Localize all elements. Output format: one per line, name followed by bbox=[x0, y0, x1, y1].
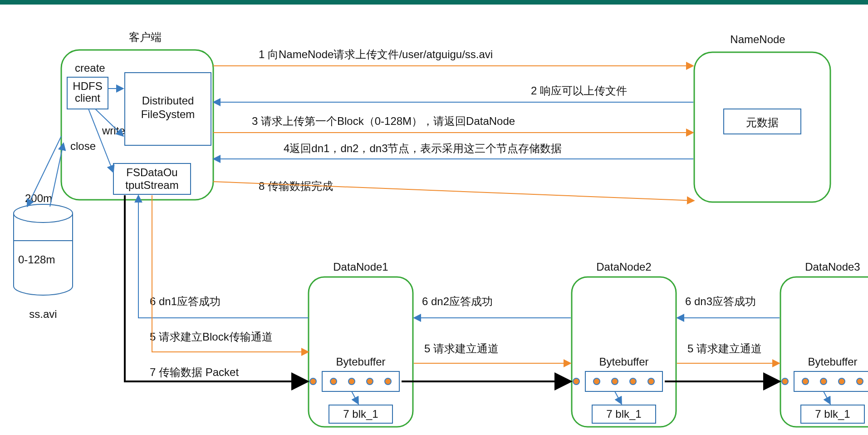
svg-point-14 bbox=[820, 378, 827, 385]
step4-label: 4返回dn1，dn2，dn3节点，表示采用这三个节点存储数据 bbox=[284, 142, 562, 154]
step3-label: 3 请求上传第一个Block（0-128M），请返回DataNode bbox=[252, 115, 515, 127]
hdfs-client-l2: client bbox=[75, 92, 100, 104]
step1-label: 1 向NameNode请求上传文件/user/atguigu/ss.avi bbox=[259, 48, 493, 60]
top-bar bbox=[0, 0, 868, 5]
step2-label: 2 响应可以上传文件 bbox=[531, 84, 627, 97]
dn1-blk-arrow bbox=[352, 391, 358, 404]
fsout-l1: FSDataOu bbox=[126, 166, 177, 178]
hdfs-client-l1: HDFS bbox=[73, 80, 102, 92]
svg-point-5 bbox=[367, 378, 373, 385]
dfs-l2: FileSystem bbox=[141, 108, 195, 120]
close-label: close bbox=[70, 140, 96, 152]
namenode-title: NameNode bbox=[730, 33, 785, 45]
svg-point-2 bbox=[310, 378, 316, 385]
dn3-title: DataNode3 bbox=[805, 261, 860, 273]
svg-point-13 bbox=[802, 378, 809, 385]
step7-label: 7 传输数据 Packet bbox=[150, 366, 239, 378]
dn2-title: DataNode2 bbox=[596, 261, 651, 273]
create-label: create bbox=[75, 62, 105, 74]
svg-point-0 bbox=[14, 204, 73, 222]
svg-point-9 bbox=[612, 378, 618, 385]
dn2-blk-arrow bbox=[615, 391, 622, 404]
svg-point-12 bbox=[782, 378, 788, 385]
svg-point-3 bbox=[330, 378, 337, 385]
dn2-box bbox=[572, 277, 676, 427]
svg-point-11 bbox=[648, 378, 654, 385]
svg-point-10 bbox=[630, 378, 636, 385]
step5c-label: 5 请求建立通道 bbox=[687, 342, 762, 355]
client-title: 客户端 bbox=[129, 31, 162, 43]
svg-point-7 bbox=[573, 378, 579, 385]
dn1-box bbox=[309, 277, 413, 427]
dn1-title: DataNode1 bbox=[333, 261, 388, 273]
file-block: 0-128m bbox=[18, 253, 55, 266]
dfs-l1: Distributed bbox=[142, 94, 194, 107]
dn2-buf: Bytebuffer bbox=[599, 356, 649, 368]
svg-point-6 bbox=[385, 378, 391, 385]
dn3-blk: 7 blk_1 bbox=[815, 408, 850, 420]
step6b-label: 6 dn2应答成功 bbox=[422, 295, 493, 307]
fsout-l2: tputStream bbox=[125, 179, 178, 191]
step5a-arrow bbox=[152, 195, 309, 352]
dn3-box bbox=[780, 277, 868, 427]
dn2-blk: 7 blk_1 bbox=[606, 408, 641, 420]
step6c-label: 6 dn3应答成功 bbox=[685, 295, 756, 307]
file-name: ss.avi bbox=[29, 308, 57, 320]
file-cylinder bbox=[14, 204, 73, 295]
dn1-buf: Bytebuffer bbox=[336, 356, 386, 368]
svg-point-16 bbox=[857, 378, 863, 385]
step5a-label: 5 请求建立Block传输通道 bbox=[150, 331, 273, 343]
svg-point-4 bbox=[348, 378, 355, 385]
dn1-blk: 7 blk_1 bbox=[343, 408, 378, 420]
svg-point-15 bbox=[839, 378, 845, 385]
meta-label: 元数据 bbox=[746, 116, 779, 129]
svg-point-8 bbox=[593, 378, 600, 385]
dn3-buf: Bytebuffer bbox=[808, 356, 858, 368]
step5b-label: 5 请求建立通道 bbox=[424, 342, 499, 355]
step6a-label: 6 dn1应答成功 bbox=[150, 295, 221, 307]
dn3-blk-arrow bbox=[824, 391, 830, 404]
